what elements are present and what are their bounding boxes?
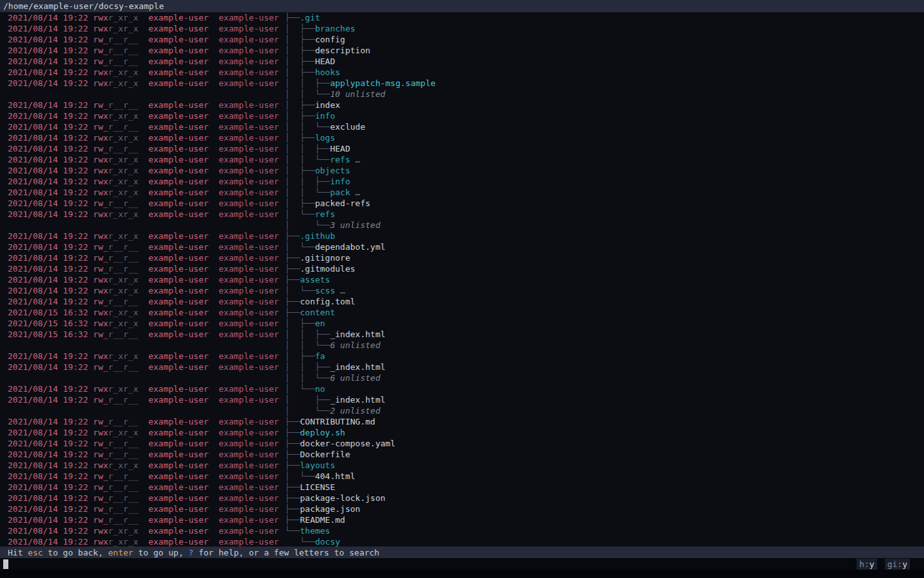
list-item[interactable]: 2021/08/14 19:22 rw_r__r__ example-user …: [8, 362, 924, 372]
file-entry[interactable]: docker-compose.yaml: [300, 439, 395, 448]
file-entry[interactable]: _index.html: [330, 329, 385, 339]
list-item[interactable]: 2021/08/14 19:22 rwxr_xr_x example-user …: [8, 78, 924, 89]
file-entry[interactable]: 404.html: [315, 471, 355, 481]
dir-entry[interactable]: layouts: [300, 460, 335, 470]
list-item[interactable]: 2021/08/14 19:22 rwxr_xr_x example-user …: [8, 187, 924, 198]
list-item[interactable]: 2021/08/14 19:22 rw_r__r__ example-user …: [8, 121, 924, 132]
list-item[interactable]: 2021/08/14 19:22 rwxr_xr_x example-user …: [8, 176, 924, 187]
file-entry[interactable]: _index.html: [330, 395, 385, 405]
list-item[interactable]: 2021/08/14 19:22 rw_r__r__ example-user …: [8, 56, 924, 67]
dir-entry[interactable]: refs: [315, 209, 335, 219]
list-item[interactable]: 2021/08/14 19:22 rw_r__r__ example-user …: [8, 241, 924, 252]
toggle-hidden[interactable]: h:y: [857, 559, 877, 570]
dir-entry[interactable]: scss: [315, 286, 335, 295]
list-item[interactable]: 2021/08/14 19:22 rw_r__r__ example-user …: [8, 296, 924, 307]
toggle-gitignore[interactable]: gi:y: [885, 559, 910, 570]
file-entry[interactable]: HEAD: [330, 144, 350, 153]
list-item[interactable]: 2021/08/14 19:22 rwxr_xr_x example-user …: [8, 383, 924, 394]
list-item[interactable]: 2021/08/14 19:22 rwxr_xr_x example-user …: [8, 427, 924, 438]
list-item[interactable]: 2021/08/14 19:22 rwxr_xr_x example-user …: [8, 536, 924, 547]
list-item[interactable]: 2021/08/14 19:22 rw_r__r__ example-user …: [8, 143, 924, 154]
list-item[interactable]: 2021/08/14 19:22 rw_r__r__ example-user …: [8, 471, 924, 482]
dir-entry[interactable]: en: [315, 319, 325, 328]
dir-entry[interactable]: fa: [315, 351, 325, 361]
list-item[interactable]: 2021/08/15 16:32 rwxr_xr_x example-user …: [8, 307, 924, 318]
dir-entry[interactable]: branches: [315, 24, 355, 33]
list-item[interactable]: 2021/08/14 19:22 rwxr_xr_x example-user …: [8, 231, 924, 241]
file-entry[interactable]: package.json: [300, 504, 360, 514]
dir-entry[interactable]: themes: [300, 526, 330, 536]
dir-entry[interactable]: hooks: [315, 67, 340, 77]
list-item[interactable]: │ └──2 unlisted: [8, 405, 924, 416]
dir-entry[interactable]: objects: [315, 166, 350, 175]
list-item[interactable]: 2021/08/14 19:22 rw_r__r__ example-user …: [8, 252, 924, 263]
file-entry[interactable]: deploy.sh: [300, 428, 345, 437]
file-perms: rwx: [93, 24, 108, 33]
list-item[interactable]: 2021/08/14 19:22 rw_r__r__ example-user …: [8, 504, 924, 514]
list-item[interactable]: 2021/08/14 19:22 rw_r__r__ example-user …: [8, 438, 924, 449]
file-entry[interactable]: HEAD: [315, 57, 335, 66]
list-item[interactable]: 2021/08/14 19:22 rw_r__r__ example-user …: [8, 263, 924, 274]
dir-entry[interactable]: info: [330, 177, 350, 186]
list-item[interactable]: │ └──3 unlisted: [8, 220, 924, 231]
list-item[interactable]: 2021/08/14 19:22 rwxr_xr_x example-user …: [8, 12, 924, 23]
command-input-line[interactable]: h:ygi:y: [0, 558, 924, 570]
list-item[interactable]: 2021/08/14 19:22 rwxr_xr_x example-user …: [8, 460, 924, 471]
file-entry[interactable]: README.md: [300, 515, 345, 525]
list-item[interactable]: 2021/08/15 16:32 rwxr_xr_x example-user …: [8, 318, 924, 329]
file-entry[interactable]: config: [315, 35, 345, 44]
list-item[interactable]: 2021/08/14 19:22 rw_r__r__ example-user …: [8, 449, 924, 460]
file-entry[interactable]: description: [315, 46, 370, 55]
dir-entry[interactable]: content: [300, 308, 335, 317]
dir-entry[interactable]: info: [315, 111, 335, 121]
file-entry[interactable]: package-lock.json: [300, 493, 385, 503]
file-entry[interactable]: .gitignore: [300, 253, 350, 263]
current-path[interactable]: /home/example-user/docsy-example: [3, 1, 164, 12]
file-entry[interactable]: CONTRIBUTING.md: [300, 417, 375, 426]
list-item[interactable]: 2021/08/14 19:22 rwxr_xr_x example-user …: [8, 209, 924, 220]
list-item[interactable]: │ │ └──10 unlisted: [8, 89, 924, 100]
list-item[interactable]: 2021/08/14 19:22 rwxr_xr_x example-user …: [8, 285, 924, 296]
list-item[interactable]: │ │ └──6 unlisted: [8, 340, 924, 351]
list-item[interactable]: 2021/08/15 16:32 rw_r__r__ example-user …: [8, 329, 924, 340]
file-entry[interactable]: .gitmodules: [300, 264, 355, 274]
dir-entry[interactable]: no: [315, 384, 325, 394]
dir-entry[interactable]: .git: [300, 13, 320, 22]
dir-entry[interactable]: .github: [300, 231, 335, 241]
list-item[interactable]: 2021/08/14 19:22 rw_r__r__ example-user …: [8, 394, 924, 405]
list-item[interactable]: 2021/08/14 19:22 rwxr_xr_x example-user …: [8, 132, 924, 143]
tree-entry: ├──package.json: [285, 504, 360, 514]
tree-entry: ├──layouts: [285, 460, 335, 471]
file-entry[interactable]: LICENSE: [300, 482, 335, 492]
list-item[interactable]: 2021/08/14 19:22 rw_r__r__ example-user …: [8, 416, 924, 427]
list-item[interactable]: 2021/08/14 19:22 rw_r__r__ example-user …: [8, 514, 924, 525]
dir-entry[interactable]: refs: [330, 155, 350, 164]
list-item[interactable]: 2021/08/14 19:22 rwxr_xr_x example-user …: [8, 23, 924, 34]
list-item[interactable]: 2021/08/14 19:22 rwxr_xr_x example-user …: [8, 274, 924, 285]
dir-entry[interactable]: assets: [300, 275, 330, 285]
list-item[interactable]: 2021/08/14 19:22 rwxr_xr_x example-user …: [8, 165, 924, 176]
list-item[interactable]: 2021/08/14 19:22 rw_r__r__ example-user …: [8, 34, 924, 45]
list-item[interactable]: 2021/08/14 19:22 rwxr_xr_x example-user …: [8, 154, 924, 165]
list-item[interactable]: 2021/08/14 19:22 rw_r__r__ example-user …: [8, 100, 924, 110]
dir-entry[interactable]: pack: [330, 188, 350, 197]
file-entry[interactable]: exclude: [330, 122, 365, 132]
list-item[interactable]: 2021/08/14 19:22 rw_r__r__ example-user …: [8, 493, 924, 504]
file-entry[interactable]: _index.html: [330, 362, 385, 372]
file-entry[interactable]: dependabot.yml: [315, 242, 386, 252]
list-item[interactable]: 2021/08/14 19:22 rw_r__r__ example-user …: [8, 45, 924, 56]
list-item[interactable]: 2021/08/14 19:22 rwxr_xr_x example-user …: [8, 525, 924, 536]
list-item[interactable]: 2021/08/14 19:22 rw_r__r__ example-user …: [8, 198, 924, 209]
list-item[interactable]: 2021/08/14 19:22 rw_r__r__ example-user …: [8, 482, 924, 493]
list-item[interactable]: 2021/08/14 19:22 rwxr_xr_x example-user …: [8, 110, 924, 121]
file-entry[interactable]: packed-refs: [315, 198, 370, 208]
dir-entry[interactable]: docsy: [315, 537, 340, 547]
file-entry[interactable]: applypatch-msg.sample: [330, 78, 435, 88]
dir-entry[interactable]: logs: [315, 133, 335, 143]
list-item[interactable]: 2021/08/14 19:22 rwxr_xr_x example-user …: [8, 351, 924, 362]
file-entry[interactable]: index: [315, 100, 340, 110]
file-entry[interactable]: Dockerfile: [300, 450, 350, 459]
file-entry[interactable]: config.toml: [300, 297, 355, 306]
list-item[interactable]: 2021/08/14 19:22 rwxr_xr_x example-user …: [8, 67, 924, 78]
list-item[interactable]: │ │ └──6 unlisted: [8, 372, 924, 383]
